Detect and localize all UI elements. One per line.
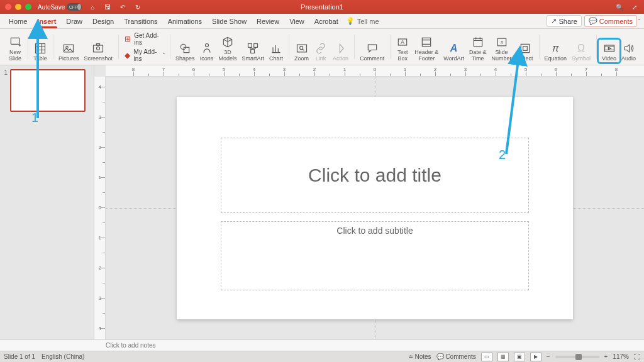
notes-pane[interactable]: Click to add notes	[0, 339, 644, 351]
close-window-icon[interactable]	[5, 4, 11, 10]
save-icon[interactable]: 🖫	[103, 4, 112, 11]
audio-button[interactable]: Audio	[619, 40, 638, 63]
zoom-out-button[interactable]: −	[547, 353, 550, 360]
audio-icon	[621, 41, 635, 55]
action-icon	[334, 41, 348, 55]
title-placeholder[interactable]: Click to add title	[221, 138, 529, 213]
svg-rect-10	[248, 43, 252, 47]
text-box-button[interactable]: A Text Box	[393, 34, 412, 63]
reading-view-icon[interactable]: ▣	[514, 353, 525, 361]
table-icon	[33, 41, 47, 55]
svg-rect-0	[11, 38, 19, 44]
equation-button[interactable]: π Equation	[542, 40, 570, 63]
subtitle-placeholder[interactable]: Click to add subtitle	[221, 221, 529, 290]
tab-acrobat[interactable]: Acrobat	[309, 14, 343, 28]
svg-rect-5	[97, 43, 100, 45]
horizontal-ruler[interactable]: 87654321012345678	[106, 65, 644, 77]
title-bar: AutoSave OFF ⌂ 🖫 ↶ ↻ Presentation1 🔍 ⤢	[0, 0, 644, 14]
action-button: Action	[330, 40, 351, 63]
slide-thumbnail-1[interactable]	[10, 69, 86, 112]
my-addins-button[interactable]: ◆ My Add-ins ˇ	[121, 48, 167, 63]
wordart-icon: A	[447, 41, 461, 55]
language-indicator[interactable]: English (China)	[42, 353, 84, 360]
smartart-icon	[246, 41, 260, 55]
slide-number-button[interactable]: # Slide Number	[489, 34, 514, 63]
normal-view-icon[interactable]: ▭	[481, 353, 492, 361]
thumbnail-number: 1	[3, 69, 8, 112]
maximize-window-icon[interactable]	[25, 4, 31, 10]
comments-button[interactable]: 💬 Comments	[584, 15, 637, 27]
slide-canvas-area[interactable]: Click to add title Click to add subtitle	[106, 77, 644, 339]
new-slide-button[interactable]: New Slide	[6, 34, 25, 63]
table-button[interactable]: Table	[31, 40, 50, 63]
zoom-percent[interactable]: 117%	[613, 353, 629, 360]
object-button[interactable]: Object	[514, 40, 536, 63]
comment-bubble-icon	[365, 41, 379, 55]
slide-counter[interactable]: Slide 1 of 1	[4, 353, 35, 360]
tab-design[interactable]: Design	[87, 14, 119, 28]
textbox-icon: A	[396, 35, 409, 49]
slideshow-view-icon[interactable]: ▶	[530, 353, 541, 361]
svg-rect-23	[604, 45, 614, 52]
svg-rect-22	[523, 46, 527, 50]
svg-rect-8	[184, 47, 189, 52]
object-icon	[518, 41, 532, 55]
insert-comment-button[interactable]: Comment	[357, 40, 387, 63]
icons-button[interactable]: Icons	[197, 40, 216, 63]
tab-transitions[interactable]: Transitions	[119, 14, 162, 28]
zoom-slider[interactable]	[555, 356, 599, 358]
svg-point-6	[97, 47, 100, 50]
svg-rect-1	[36, 43, 45, 53]
wordart-button[interactable]: A WordArt	[441, 40, 467, 63]
screenshot-button[interactable]: Screenshot	[82, 40, 116, 63]
autosave-toggle[interactable]: AutoSave OFF	[38, 3, 82, 11]
date-time-button[interactable]: Date & Time	[467, 34, 489, 63]
status-bar: Slide 1 of 1 English (China) ≐ Notes 💬 C…	[0, 351, 644, 362]
tab-animations[interactable]: Animations	[163, 14, 207, 28]
search-titlebar-icon[interactable]: 🔍	[615, 4, 624, 11]
minimize-window-icon[interactable]	[15, 4, 21, 10]
get-addins-button[interactable]: ⊞ Get Add-ins	[121, 31, 167, 47]
header-footer-button[interactable]: Header & Footer	[412, 34, 441, 63]
fit-to-window-icon[interactable]: ⛶	[634, 353, 640, 360]
svg-rect-11	[254, 43, 258, 47]
undo-icon[interactable]: ↶	[118, 4, 127, 11]
pictures-button[interactable]: Pictures	[56, 40, 82, 63]
ribbon-options-icon[interactable]: ⤢	[630, 4, 639, 11]
collapse-ribbon-icon[interactable]: ˇ	[638, 18, 640, 25]
slide[interactable]: Click to add title Click to add subtitle	[177, 97, 573, 319]
tab-insert[interactable]: Insert	[32, 14, 61, 28]
chart-button[interactable]: Chart	[267, 40, 286, 63]
cube-icon	[221, 35, 235, 49]
tab-view[interactable]: View	[284, 14, 309, 28]
tab-slideshow[interactable]: Slide Show	[207, 14, 252, 28]
tab-review[interactable]: Review	[252, 14, 284, 28]
share-button[interactable]: ↗ Share	[547, 15, 581, 27]
smartart-button[interactable]: SmartArt	[240, 40, 267, 63]
tell-me-search[interactable]: 💡 Tell me	[346, 14, 379, 28]
shapes-button[interactable]: Shapes	[173, 40, 197, 63]
zoom-button[interactable]: Zoom	[292, 40, 311, 63]
redo-icon[interactable]: ↻	[133, 4, 142, 11]
window-controls[interactable]	[5, 4, 31, 10]
chart-icon	[269, 41, 283, 55]
zoom-in-button[interactable]: +	[604, 353, 608, 360]
svg-rect-13	[297, 45, 306, 52]
sorter-view-icon[interactable]: ▦	[497, 353, 509, 361]
3d-models-button[interactable]: 3D Models	[216, 34, 240, 63]
ribbon-insert: New Slide Table Pictures Screenshot ⊞ Ge…	[0, 29, 644, 65]
tab-draw[interactable]: Draw	[61, 14, 87, 28]
svg-rect-21	[521, 44, 529, 52]
home-icon[interactable]: ⌂	[88, 4, 97, 11]
notes-toggle[interactable]: ≐ Notes	[408, 353, 431, 360]
workspace: 1 87654321012345678 432101234 Click to a…	[0, 65, 644, 339]
video-button[interactable]: Video	[599, 40, 619, 63]
vertical-ruler[interactable]: 432101234	[94, 77, 106, 339]
equation-icon: π	[548, 41, 562, 55]
tab-home[interactable]: Home	[4, 14, 32, 28]
comments-toggle[interactable]: 💬 Comments	[436, 353, 476, 360]
slide-thumbnail-panel[interactable]: 1	[0, 65, 94, 339]
thumbnail-row[interactable]: 1	[3, 69, 91, 112]
comment-icon: 💬	[589, 17, 597, 25]
slide-number-icon: #	[495, 35, 509, 49]
